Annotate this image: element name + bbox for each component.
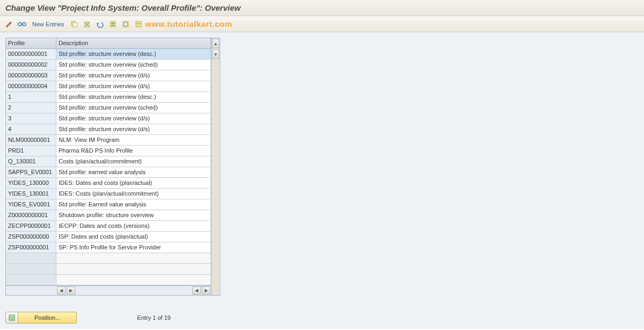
- table-row[interactable]: ZSP000000001SP: PS Info Profile for Serv…: [6, 242, 211, 253]
- table-row[interactable]: PRD1Pharma R&D PS Info Profile: [6, 146, 211, 156]
- cell-profile[interactable]: YIDES_130001: [6, 189, 56, 199]
- table-row[interactable]: 000000000001Std profile: structure overv…: [6, 49, 211, 60]
- cell-profile[interactable]: 4: [6, 124, 56, 134]
- cell-description[interactable]: IDES: Dates and costs (plan/actual): [56, 178, 211, 188]
- cell-profile[interactable]: 000000000001: [6, 49, 56, 59]
- table-row[interactable]: 4Std profile: structure overview (d/s): [6, 124, 211, 135]
- cell-description[interactable]: ISP: Dates and costs (plan/actual): [56, 232, 211, 242]
- table-row[interactable]: Q_130001Costs (plan/actual/commitment): [6, 156, 211, 167]
- table-row[interactable]: ZECPP0000001IECPP: Dates and costs (vers…: [6, 221, 211, 232]
- cell-profile: [6, 264, 56, 274]
- table-row[interactable]: 000000000002Std profile: structure overv…: [6, 60, 211, 70]
- cell-description[interactable]: Std profile: structure overview (d/s): [56, 113, 211, 124]
- table-row: [6, 264, 211, 275]
- entry-info: Entry 1 of 19: [137, 314, 170, 321]
- cell-profile[interactable]: SAPPS_EV0001: [6, 167, 56, 177]
- cell-profile[interactable]: 000000000002: [6, 60, 56, 70]
- cell-profile[interactable]: ZSP000000000: [6, 232, 56, 242]
- change-icon[interactable]: [4, 19, 14, 29]
- cell-description[interactable]: Std profile: structure overview (d/s): [56, 81, 211, 91]
- svg-rect-6: [111, 23, 114, 24]
- content-area: Profile Description 000000000001Std prof…: [0, 32, 644, 329]
- new-entries-button[interactable]: New Entries: [30, 21, 66, 27]
- table-row[interactable]: SAPPS_EV0001Std profile: earned value an…: [6, 167, 211, 178]
- cell-profile[interactable]: 3: [6, 113, 56, 124]
- deselect-all-icon[interactable]: [121, 19, 131, 29]
- table-settings-icon[interactable]: [134, 19, 143, 29]
- select-all-icon[interactable]: [108, 19, 118, 29]
- delete-icon[interactable]: [82, 19, 92, 29]
- undo-icon[interactable]: [95, 19, 105, 29]
- cell-profile: [6, 275, 56, 285]
- toolbar: New Entries www.tutorialkart.com: [0, 16, 644, 32]
- scroll-track[interactable]: [212, 60, 219, 295]
- footer: Position... Entry 1 of 19: [5, 312, 639, 324]
- cell-description: [56, 264, 211, 274]
- horizontal-scrollbar: ◀ ▶ ◀ ▶: [6, 285, 211, 295]
- svg-point-0: [18, 23, 21, 26]
- cell-description[interactable]: Std profile: structure overview (desc.): [56, 92, 211, 102]
- cell-description[interactable]: Costs (plan/actual/commitment): [56, 156, 211, 167]
- vertical-scrollbar: ▲ ▼: [211, 38, 220, 295]
- scroll-right-end-icon[interactable]: ▶: [202, 286, 211, 295]
- svg-rect-7: [111, 25, 114, 26]
- cell-description[interactable]: Std profile: structure overview (sched): [56, 103, 211, 113]
- svg-point-1: [23, 23, 26, 26]
- table-row[interactable]: 1Std profile: structure overview (desc.): [6, 92, 211, 103]
- table-row: [6, 275, 211, 285]
- cell-profile[interactable]: Z00000000001: [6, 210, 56, 220]
- svg-rect-9: [124, 23, 127, 26]
- cell-description[interactable]: IECPP: Dates and costs (versions): [56, 221, 211, 231]
- cell-profile[interactable]: Q_130001: [6, 156, 56, 167]
- scroll-down-icon[interactable]: ▼: [212, 49, 219, 59]
- scroll-left-end-icon[interactable]: ◀: [192, 286, 201, 295]
- table-row[interactable]: 000000000004Std profile: structure overv…: [6, 81, 211, 92]
- cell-description[interactable]: SP: PS Info Profile for Service Provider: [56, 242, 211, 253]
- cell-description[interactable]: Std profile: structure overview (d/s): [56, 70, 211, 81]
- copy-icon[interactable]: [69, 19, 79, 29]
- glasses-icon[interactable]: [17, 19, 27, 29]
- cell-description[interactable]: Std profile: structure overview (desc.): [56, 49, 211, 59]
- watermark-text: www.tutorialkart.com: [145, 19, 232, 28]
- cell-profile[interactable]: YIDES_EV0001: [6, 199, 56, 210]
- cell-description[interactable]: Std profile: structure overview (d/s): [56, 124, 211, 134]
- table-row[interactable]: YIDES_130000IDES: Dates and costs (plan/…: [6, 178, 211, 189]
- column-header-profile[interactable]: Profile: [6, 38, 56, 48]
- table-row[interactable]: YIDES_EV0001Std profile: Earned value an…: [6, 199, 211, 210]
- cell-description[interactable]: Std profile: earned value analysis: [56, 167, 211, 177]
- svg-rect-5: [110, 21, 115, 27]
- svg-rect-3: [73, 23, 77, 27]
- cell-description[interactable]: NLM: View IM Program: [56, 135, 211, 145]
- cell-profile[interactable]: 1: [6, 92, 56, 102]
- scroll-left-icon[interactable]: ◀: [57, 286, 66, 295]
- cell-profile[interactable]: ZSP000000001: [6, 242, 56, 253]
- table-row[interactable]: Z00000000001Shutdown profile: structure …: [6, 210, 211, 221]
- position-icon[interactable]: [5, 312, 18, 324]
- cell-profile[interactable]: YIDES_130000: [6, 178, 56, 188]
- cell-profile[interactable]: 000000000003: [6, 70, 56, 81]
- table-row: [6, 253, 211, 264]
- profile-table: Profile Description 000000000001Std prof…: [5, 38, 220, 296]
- scroll-up-icon[interactable]: ▲: [212, 39, 219, 48]
- table-row[interactable]: 2Std profile: structure overview (sched): [6, 103, 211, 113]
- cell-description[interactable]: Std profile: Earned value analysis: [56, 199, 211, 210]
- cell-description[interactable]: Shutdown profile: structure overview: [56, 210, 211, 220]
- cell-description: [56, 275, 211, 285]
- table-row[interactable]: 3Std profile: structure overview (d/s): [6, 113, 211, 124]
- table-row[interactable]: ZSP000000000ISP: Dates and costs (plan/a…: [6, 232, 211, 242]
- svg-rect-10: [136, 21, 141, 27]
- table-row[interactable]: 000000000003Std profile: structure overv…: [6, 70, 211, 81]
- cell-description[interactable]: Pharma R&D PS Info Profile: [56, 146, 211, 156]
- column-header-description[interactable]: Description: [56, 38, 211, 48]
- scroll-right-icon[interactable]: ▶: [67, 286, 75, 295]
- position-button[interactable]: Position...: [18, 312, 77, 324]
- cell-description[interactable]: IDES: Costs (plan/actual/commitment): [56, 189, 211, 199]
- cell-profile[interactable]: ZECPP0000001: [6, 221, 56, 231]
- table-row[interactable]: YIDES_130001IDES: Costs (plan/actual/com…: [6, 189, 211, 199]
- cell-profile[interactable]: NLM000000001: [6, 135, 56, 145]
- table-row[interactable]: NLM000000001NLM: View IM Program: [6, 135, 211, 146]
- cell-profile[interactable]: PRD1: [6, 146, 56, 156]
- cell-description[interactable]: Std profile: structure overview (sched): [56, 60, 211, 70]
- cell-profile[interactable]: 2: [6, 103, 56, 113]
- cell-profile[interactable]: 000000000004: [6, 81, 56, 91]
